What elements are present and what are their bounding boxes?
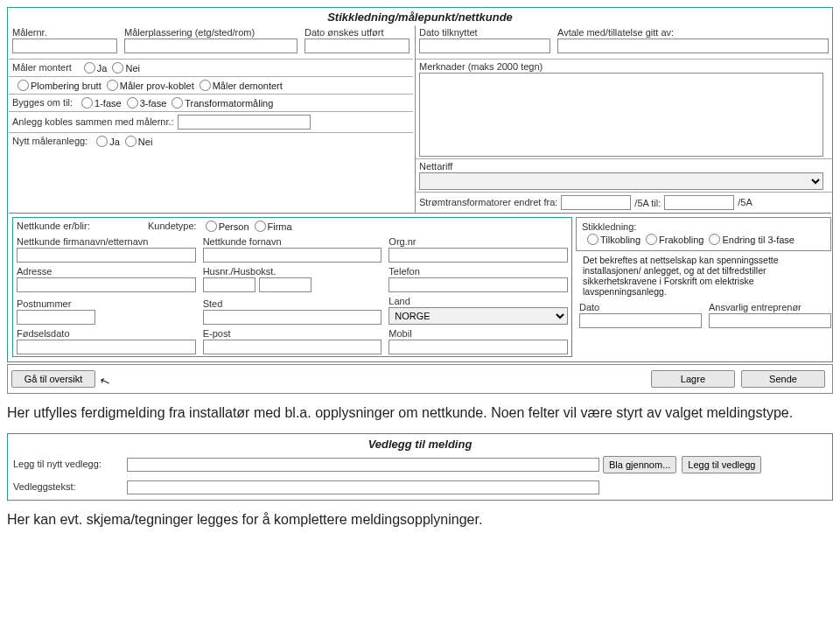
maler-montert-group: Måler montert Ja Nei — [9, 59, 413, 76]
input-avtale[interactable] — [557, 39, 829, 53]
btn-oversikt[interactable]: Gå til oversikt — [11, 370, 95, 388]
label-merknader: Merknader (maks 2000 tegn) — [419, 61, 829, 72]
radio-provkoblet[interactable] — [107, 80, 118, 91]
label-nettariff: Nettariff — [419, 161, 829, 172]
label-trafo: Transformatormåling — [185, 98, 273, 109]
label-stromtrans: Strømtransformatorer endret fra: — [419, 197, 557, 207]
input-malerplass[interactable] — [124, 39, 298, 53]
input-anlegg-kobles[interactable] — [178, 115, 311, 130]
radio-endring3[interactable] — [709, 234, 720, 245]
radio-person[interactable] — [206, 221, 217, 232]
input-stromtrans-til[interactable] — [664, 195, 734, 210]
label-5a: /5A — [738, 197, 752, 207]
btn-lagre[interactable]: Lagre — [651, 370, 735, 388]
label-sted: Sted — [203, 298, 382, 309]
label-dato2: Dato — [579, 302, 702, 312]
input-telefon[interactable] — [388, 277, 568, 292]
radio-nm-ja[interactable] — [96, 136, 108, 147]
vedlegg-title: Vedlegg til melding — [10, 436, 830, 452]
label-epost: E-post — [203, 328, 382, 339]
btn-sende[interactable]: Sende — [741, 370, 825, 388]
label-land: Land — [388, 296, 568, 306]
paragraph-1: Her utfylles ferdigmelding fra installat… — [7, 404, 833, 423]
input-postnummer[interactable] — [17, 310, 95, 325]
label-mobil: Mobil — [388, 328, 568, 339]
label-husnr: Husnr./Husbokst. — [203, 266, 382, 277]
textarea-merknader[interactable] — [419, 73, 823, 157]
btn-legg-til-vedlegg[interactable]: Legg til vedlegg — [682, 456, 761, 473]
label-leggtil: Legg til nytt vedlegg: — [13, 459, 127, 469]
radio-frakobling[interactable] — [646, 234, 657, 245]
label-telefon: Telefon — [388, 266, 568, 277]
label-nytt-maler: Nytt måleranlegg: — [12, 136, 88, 146]
stikkledning-right: Stikkledning: Tilkobling Frakobling Endr… — [576, 214, 831, 361]
label-fornavn: Nettkunde fornavn — [203, 236, 382, 247]
input-fodselsdato[interactable] — [17, 340, 196, 354]
select-nettariff[interactable] — [419, 172, 823, 190]
radio-tilkobling[interactable] — [587, 234, 598, 245]
label-firma: Firma — [268, 221, 292, 232]
label-frakobling: Frakobling — [659, 235, 704, 245]
input-epost[interactable] — [203, 340, 382, 354]
left-column: Målernr. Målerplassering (etg/sted/rom) … — [9, 25, 413, 213]
label-nm-nei: Nei — [138, 137, 153, 147]
radio-demontert[interactable] — [200, 80, 211, 91]
label-3fase: 3-fase — [140, 98, 167, 109]
form-panel-vedlegg: Vedlegg til melding Legg til nytt vedleg… — [7, 433, 833, 501]
label-avtale: Avtale med/tillatelse gitt av: — [557, 27, 829, 38]
label-5a-til: /5A til: — [634, 198, 661, 208]
label-adresse: Adresse — [17, 266, 196, 277]
label-person: Person — [219, 221, 249, 232]
input-dato2[interactable] — [579, 313, 702, 328]
input-dato-onsket[interactable] — [304, 39, 410, 53]
label-postnummer: Postnummer — [17, 298, 196, 309]
select-land[interactable]: NORGE — [388, 307, 568, 325]
label-orgnr: Org.nr — [388, 236, 568, 247]
input-husnr[interactable] — [203, 277, 256, 292]
label-1fase: 1-fase — [94, 98, 122, 109]
input-fornavn[interactable] — [203, 248, 382, 263]
right-column: Dato tilknyttet Avtale med/tillatelse gi… — [415, 25, 832, 213]
input-malernr[interactable] — [12, 39, 117, 53]
label-nm-ja: Ja — [109, 137, 120, 147]
label-ansvarlig: Ansvarlig entreprenør — [709, 302, 831, 312]
input-ansvarlig[interactable] — [709, 313, 831, 328]
label-fodselsdato: Fødselsdato — [17, 328, 196, 339]
label-anlegg-kobles: Anlegg kobles sammen med målernr.: — [12, 116, 174, 127]
input-adresse[interactable] — [17, 277, 196, 292]
anlegg-kobles-row: Anlegg kobles sammen med målernr.: — [9, 111, 413, 132]
label-firmanavn: Nettkunde firmanavn/etternavn — [17, 236, 196, 247]
label-provkoblet: Måler prov-koblet — [120, 81, 194, 91]
input-firmanavn[interactable] — [17, 248, 196, 263]
label-bygges: Bygges om til: — [12, 97, 73, 108]
btn-bla-gjennom[interactable]: Bla gjennom... — [603, 456, 676, 473]
bekreftes-text: Det bekreftes at nettselskap kan spennin… — [576, 251, 831, 300]
radio-firma[interactable] — [255, 221, 266, 232]
label-malerplass: Målerplassering (etg/sted/rom) — [124, 27, 298, 38]
radio-nm-nei[interactable] — [125, 136, 136, 147]
input-orgnr[interactable] — [388, 248, 568, 263]
input-sted[interactable] — [203, 310, 382, 325]
radio-mm-nei[interactable] — [112, 62, 123, 74]
cursor-icon: ↖ — [98, 372, 113, 389]
nettkunde-erblir-row: Nettkunde er/blir: Kundetype: Person Fir… — [13, 218, 571, 235]
stikkledning-box: Stikkledning: Tilkobling Frakobling Endr… — [576, 217, 831, 251]
label-kundetype: Kundetype: — [148, 221, 197, 231]
input-file-path[interactable] — [127, 458, 599, 472]
radio-plombering[interactable] — [18, 80, 29, 91]
radio-trafo[interactable] — [172, 97, 183, 109]
form-panel-stikkledning: Stikkledning/målepunkt/nettkunde Målernr… — [7, 7, 833, 362]
input-dato-tilknyttet[interactable] — [419, 39, 550, 53]
input-mobil[interactable] — [388, 340, 568, 354]
radio-mm-ja[interactable] — [84, 62, 95, 74]
input-stromtrans-fra[interactable] — [561, 195, 631, 210]
label-demontert: Måler demontert — [213, 81, 283, 91]
label-stikkledning: Stikkledning: — [582, 221, 636, 232]
form-title: Stikkledning/målepunkt/nettkunde — [9, 9, 831, 25]
radio-3fase[interactable] — [127, 97, 138, 109]
radio-1fase[interactable] — [81, 97, 93, 109]
label-nettkunde-erblir: Nettkunde er/blir: — [17, 221, 148, 231]
input-vedleggstekst[interactable] — [127, 480, 599, 494]
label-ja: Ja — [97, 63, 108, 74]
input-husbokst[interactable] — [259, 277, 312, 292]
